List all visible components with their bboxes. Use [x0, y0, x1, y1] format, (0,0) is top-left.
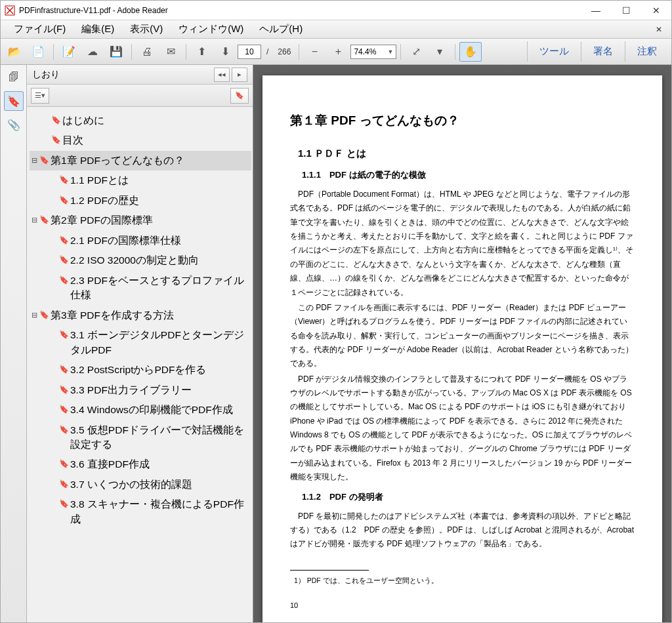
thumbnails-tab[interactable]: 🗐 — [4, 68, 24, 87]
bookmarks-title: しおり — [32, 69, 212, 81]
minimize-button[interactable]: ― — [581, 1, 611, 20]
save-button[interactable]: 💾 — [105, 42, 127, 62]
menu-file[interactable]: ファイル(F) — [6, 21, 74, 37]
bookmark-item[interactable]: 🔖3.2 PostScriptからPDFを作る — [30, 360, 251, 380]
bookmark-icon: 🔖 — [58, 253, 69, 266]
sign-panel-button[interactable]: 署名 — [581, 41, 625, 62]
bookmark-item[interactable]: ⊟🔖第1章 PDFってどんなもの？ — [30, 151, 251, 171]
window-title: PDFinfrastructure-V11.pdf - Adobe Reader — [19, 6, 581, 15]
bookmark-item[interactable]: 🔖3.1 ボーンデジタルPDFとターンデジタルPDF — [30, 325, 251, 360]
doc-chapter-title: 第１章 PDF ってどんなもの？ — [290, 112, 635, 129]
bookmark-icon: 🔖 — [58, 233, 69, 246]
bookmark-options-button[interactable]: ☰▾ — [31, 88, 49, 104]
menu-view[interactable]: 表示(V) — [122, 21, 171, 37]
print-button[interactable]: 🖨 — [136, 42, 158, 62]
bookmark-icon: 🔖 — [51, 113, 61, 126]
tree-twisty-icon[interactable]: ⊟ — [30, 308, 39, 321]
bookmark-item[interactable]: ⊟🔖第3章 PDFを作成する方法 — [30, 306, 251, 325]
tools-panel-button[interactable]: ツール — [527, 41, 581, 62]
convert-button[interactable]: 📝 — [58, 42, 80, 62]
bookmark-icon: 🔖 — [58, 363, 69, 375]
menu-help[interactable]: ヘルプ(H) — [251, 21, 310, 37]
bookmarks-tree[interactable]: 🔖はじめに🔖目次⊟🔖第1章 PDFってどんなもの？🔖1.1 PDFとは🔖1.2 … — [27, 107, 253, 623]
doc-section-title: 1.1 ＰＤＦ とは — [298, 148, 635, 160]
titlebar: PDFinfrastructure-V11.pdf - Adobe Reader… — [1, 1, 671, 20]
page-separator: / — [262, 47, 272, 56]
bookmark-item[interactable]: 🔖3.4 Windowsの印刷機能でPDF作成 — [30, 400, 251, 420]
bookmark-label: 2.3 PDFをベースとするプロファイル仕様 — [69, 273, 249, 303]
bookmark-icon: 🔖 — [39, 153, 49, 166]
read-mode-button[interactable]: ▾ — [429, 42, 451, 62]
bookmark-item[interactable]: 🔖3.3 PDF出力ライブラリー — [30, 380, 251, 400]
zoom-out-button[interactable]: − — [303, 42, 326, 62]
bookmark-next-button[interactable]: ▸ — [232, 68, 247, 82]
bookmark-item[interactable]: 🔖1.2 PDFの歴史 — [30, 191, 251, 211]
bookmark-label: 3.1 ボーンデジタルPDFとターンデジタルPDF — [69, 328, 249, 357]
hand-tool-button[interactable]: ✋ — [459, 42, 482, 62]
bookmark-label: 3.7 いくつかの技術的課題 — [69, 477, 249, 492]
bookmark-label: 3.4 Windowsの印刷機能でPDF作成 — [69, 403, 249, 417]
doc-para: PDF を最初に開発したのはアドビシステムズ社（本書では、参考資料の項以外、アド… — [290, 510, 635, 552]
mail-button[interactable]: ✉ — [159, 42, 182, 62]
toolbar: 📂 📄 📝 ☁ 💾 🖨 ✉ ⬆ ⬇ / 266 − + 74.4% ▼ ⤢ ▾ … — [1, 39, 671, 65]
bookmark-label: 3.3 PDF出力ライブラリー — [69, 383, 249, 397]
bookmark-item[interactable]: 🔖2.1 PDFの国際標準仕様 — [30, 231, 251, 251]
bookmark-item[interactable]: 🔖3.8 スキャナー・複合機によるPDF作成 — [30, 494, 251, 529]
bookmark-item[interactable]: 🔖目次 — [30, 131, 251, 150]
bookmark-icon: 🔖 — [58, 497, 69, 510]
document-viewer[interactable]: 第１章 PDF ってどんなもの？ 1.1 ＰＤＦ とは 1.1.1 PDF は紙… — [253, 65, 671, 623]
create-pdf-button[interactable]: 📄 — [27, 42, 49, 62]
bookmarks-tab[interactable]: 🔖 — [4, 91, 24, 111]
bookmark-icon: 🔖 — [58, 173, 69, 186]
menu-edit[interactable]: 編集(E) — [74, 21, 122, 37]
footnote-rule — [290, 570, 369, 571]
tree-twisty-icon[interactable]: ⊟ — [30, 213, 39, 226]
bookmark-item[interactable]: 🔖3.5 仮想PDFドライバーで対話機能を設定する — [30, 420, 251, 455]
zoom-in-button[interactable]: + — [327, 42, 349, 62]
doc-para: PDF がデジタル情報交換のインフラとして普及するにつれて PDF リーダー機能… — [290, 372, 635, 485]
bookmark-label: 1.1 PDFとは — [69, 173, 249, 188]
bookmark-icon: 🔖 — [58, 423, 69, 435]
zoom-select[interactable]: 74.4% ▼ — [350, 45, 396, 59]
bookmark-label: 3.5 仮想PDFドライバーで対話機能を設定する — [69, 423, 249, 452]
fullscreen-button[interactable]: ⤢ — [405, 42, 427, 62]
bookmark-item[interactable]: ⊟🔖第2章 PDFの国際標準 — [30, 211, 251, 230]
comment-panel-button[interactable]: 注釈 — [625, 41, 669, 62]
bookmark-icon: 🔖 — [58, 403, 69, 415]
attachments-tab[interactable]: 📎 — [4, 115, 24, 134]
page-down-button[interactable]: ⬇ — [214, 42, 236, 62]
bookmark-label: 3.2 PostScriptからPDFを作る — [69, 363, 249, 377]
bookmark-icon: 🔖 — [58, 328, 69, 340]
doc-subsection-a: 1.1.1 PDF は紙の電子的な模倣 — [302, 169, 635, 181]
workspace: 🗐 🔖 📎 しおり ◂◂ ▸ ☰▾ 🔖 🔖はじめに🔖目次⊟🔖第1章 PDFってど… — [1, 65, 671, 623]
chevron-down-icon: ▼ — [387, 49, 393, 55]
bookmark-icon: 🔖 — [51, 133, 61, 146]
menu-window[interactable]: ウィンドウ(W) — [171, 21, 251, 37]
bookmark-item[interactable]: 🔖3.7 いくつかの技術的課題 — [30, 475, 251, 494]
bookmark-item[interactable]: 🔖3.6 直接PDF作成 — [30, 454, 251, 474]
close-button[interactable]: ✕ — [641, 1, 671, 20]
doc-para: この PDF ファイルを画面に表示するには、PDF リーダー（Reader）また… — [290, 301, 635, 371]
page-number-input[interactable] — [238, 45, 261, 59]
menu-close-icon[interactable]: ✕ — [652, 25, 666, 34]
bookmark-label: はじめに — [61, 113, 249, 128]
app-icon — [5, 5, 15, 16]
bookmark-icon: 🔖 — [58, 193, 69, 206]
bookmark-label: 3.8 スキャナー・複合機によるPDF作成 — [69, 497, 249, 527]
page-up-button[interactable]: ⬆ — [190, 42, 213, 62]
open-button[interactable]: 📂 — [3, 42, 26, 62]
cloud-button[interactable]: ☁ — [81, 42, 104, 62]
tree-twisty-icon[interactable]: ⊟ — [30, 153, 39, 166]
bookmark-icon: 🔖 — [39, 213, 49, 226]
bookmark-item[interactable]: 🔖2.3 PDFをベースとするプロファイル仕様 — [30, 271, 251, 306]
doc-subsection-b: 1.1.2 PDF の発明者 — [302, 491, 635, 503]
bookmark-item[interactable]: 🔖2.2 ISO 32000の制定と動向 — [30, 251, 251, 270]
bookmark-icon: 🔖 — [58, 477, 69, 490]
bookmark-prev-button[interactable]: ◂◂ — [214, 68, 230, 82]
bookmark-label: 3.6 直接PDF作成 — [69, 457, 249, 472]
bookmarks-header: しおり ◂◂ ▸ — [27, 65, 253, 85]
bookmark-item[interactable]: 🔖はじめに — [30, 111, 251, 131]
bookmark-item[interactable]: 🔖1.1 PDFとは — [30, 171, 251, 190]
maximize-button[interactable]: ☐ — [611, 1, 641, 20]
bookmark-find-button[interactable]: 🔖 — [230, 88, 249, 104]
